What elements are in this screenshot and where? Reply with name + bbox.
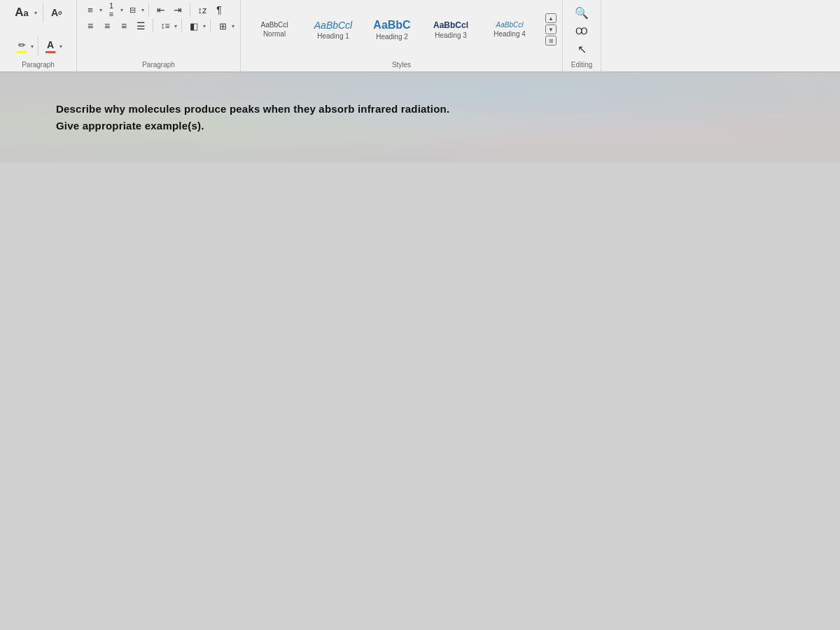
font-group: A a ▾ Ao ✏ ▾ A ▾ Paragraph xyxy=(0,0,77,71)
borders-button[interactable]: ⊞ xyxy=(215,19,230,33)
multilevel-icon: ⊟ xyxy=(130,6,136,15)
font-color-a-icon: A xyxy=(47,39,54,50)
style-h3-preview: AaBbCcl xyxy=(433,20,468,30)
styles-scroll-up[interactable]: ▲ xyxy=(545,13,556,23)
document-line1: Describe why molecules produce peaks whe… xyxy=(56,103,449,115)
styles-group: AaBbCcl Normal AaBbCcl Heading 1 AaBbC H… xyxy=(241,0,563,71)
styles-scroll-down[interactable]: ▼ xyxy=(545,24,556,34)
style-normal-preview: AaBbCcl xyxy=(261,21,288,29)
align-right-icon: ≡ xyxy=(121,20,127,31)
align-center-icon: ≡ xyxy=(104,20,110,31)
find-icon: 🔍 xyxy=(575,6,589,20)
styles-group-label: Styles xyxy=(392,61,411,69)
font-name-dropdown-arrow[interactable]: ▾ xyxy=(34,10,37,16)
line-spacing-dropdown[interactable]: ▾ xyxy=(174,23,177,29)
font-sub-icon: o xyxy=(58,9,62,16)
style-item-heading2[interactable]: AaBbC Heading 2 xyxy=(364,11,420,48)
style-item-heading3[interactable]: AaBbCcl Heading 3 xyxy=(423,11,479,48)
font-a-icon: A xyxy=(15,6,23,20)
align-left-button[interactable]: ≡ xyxy=(83,19,98,33)
style-h1-preview: AaBbCcl xyxy=(314,20,352,31)
styles-scroll-controls: ▲ ▼ ⊞ xyxy=(545,8,556,50)
divider xyxy=(43,3,43,22)
ribbon-bar: A a ▾ Ao ✏ ▾ A ▾ Paragraph xyxy=(0,0,840,73)
style-h2-label: Heading 2 xyxy=(376,33,408,41)
align-right-button[interactable]: ≡ xyxy=(116,19,132,33)
line-spacing-icon: ↕≡ xyxy=(160,21,169,31)
sort-button[interactable]: ↕z xyxy=(195,3,210,17)
divider3 xyxy=(148,3,149,17)
select-button[interactable]: ↖ xyxy=(574,42,589,56)
content-area: Describe why molecules produce peaks whe… xyxy=(0,73,630,162)
bullets-dropdown[interactable]: ▾ xyxy=(99,7,102,13)
numbered-list-icon: 1≡ xyxy=(109,1,113,18)
styles-expand[interactable]: ⊞ xyxy=(545,36,556,46)
shading-icon: ◧ xyxy=(190,21,198,31)
document-paragraph: Describe why molecules produce peaks whe… xyxy=(56,101,574,134)
font-color-dropdown[interactable]: ▾ xyxy=(59,43,62,50)
bullets-button[interactable]: ≡ xyxy=(83,3,98,17)
font-a-small-icon: a xyxy=(24,8,29,18)
styles-change-button[interactable]: Ꝏ xyxy=(574,24,589,38)
editing-group-label: Editing xyxy=(571,61,593,69)
style-h4-preview: AaBbCcl xyxy=(496,21,524,29)
font-transform-icon: A xyxy=(51,7,58,18)
multilevel-dropdown[interactable]: ▾ xyxy=(141,7,144,13)
align-left-icon: ≡ xyxy=(88,20,93,31)
font-color-bar xyxy=(46,51,55,53)
justify-icon: ☰ xyxy=(136,20,146,31)
style-item-heading1[interactable]: AaBbCcl Heading 1 xyxy=(305,11,361,48)
style-item-normal[interactable]: AaBbCcl Normal xyxy=(246,11,302,48)
pilcrow-icon: ¶ xyxy=(216,4,222,15)
highlight-dropdown[interactable]: ▾ xyxy=(31,43,34,50)
shading-button[interactable]: ◧ xyxy=(186,19,202,33)
numbered-dropdown[interactable]: ▾ xyxy=(120,7,123,13)
increase-indent-button[interactable]: ⇥ xyxy=(170,3,186,17)
style-item-heading4[interactable]: AaBbCcl Heading 4 xyxy=(482,11,538,48)
style-h3-label: Heading 3 xyxy=(435,31,467,39)
paragraph-group: ≡ ▾ 1≡ ▾ ⊟ ▾ ⇤ ⇥ ↕z xyxy=(77,0,241,71)
document-wrapper: Describe why molecules produce peaks whe… xyxy=(0,73,840,162)
paragraph-group-label: Paragraph xyxy=(142,61,175,69)
divider4 xyxy=(190,3,190,17)
styles-list: AaBbCcl Normal AaBbCcl Heading 1 AaBbC H… xyxy=(246,11,538,48)
document-content[interactable]: Describe why molecules produce peaks whe… xyxy=(56,101,574,134)
document-line2: Give appropriate example(s). xyxy=(56,120,204,132)
decrease-indent-icon: ⇤ xyxy=(157,4,165,15)
pilcrow-button[interactable]: ¶ xyxy=(211,3,227,17)
line-spacing-button[interactable]: ↕≡ xyxy=(158,19,173,33)
sort-icon: ↕z xyxy=(198,5,207,15)
style-normal-label: Normal xyxy=(263,30,286,38)
increase-indent-icon: ⇥ xyxy=(174,4,182,15)
font-color-button[interactable]: A xyxy=(43,38,58,55)
divider5 xyxy=(153,19,153,33)
style-h4-label: Heading 4 xyxy=(493,30,526,38)
decrease-indent-button[interactable]: ⇤ xyxy=(153,3,169,17)
borders-icon: ⊞ xyxy=(219,21,227,31)
align-center-button[interactable]: ≡ xyxy=(99,19,115,33)
shading-dropdown[interactable]: ▾ xyxy=(203,23,206,29)
multilevel-list-button[interactable]: ⊟ xyxy=(125,3,140,17)
justify-button[interactable]: ☰ xyxy=(133,19,148,33)
editing-group: 🔍 Ꝏ ↖ Editing xyxy=(563,0,601,71)
style-h1-label: Heading 1 xyxy=(317,32,349,40)
divider7 xyxy=(210,19,211,33)
font-name-button[interactable]: A a xyxy=(12,6,31,20)
divider6 xyxy=(181,19,182,33)
borders-dropdown[interactable]: ▾ xyxy=(232,23,234,29)
font-transform-button[interactable]: Ao xyxy=(49,6,64,20)
styles-change-icon: Ꝏ xyxy=(575,26,588,36)
numbered-list-button[interactable]: 1≡ xyxy=(104,3,119,17)
font-group-label: Paragraph xyxy=(22,61,55,69)
highlight-pencil-icon: ✏ xyxy=(18,40,26,50)
divider2 xyxy=(38,36,38,56)
highlight-button[interactable]: ✏ xyxy=(14,38,29,55)
find-button[interactable]: 🔍 xyxy=(574,6,589,20)
style-h2-preview: AaBbC xyxy=(373,19,410,31)
highlight-color-bar xyxy=(17,51,27,53)
select-icon: ↖ xyxy=(578,43,587,56)
